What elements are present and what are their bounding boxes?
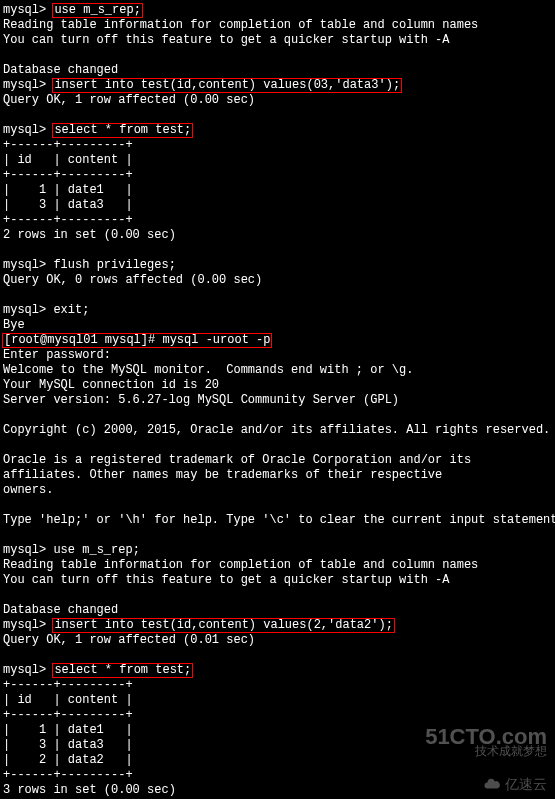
cmd-select: select * from test; [52, 123, 193, 138]
output-text: Oracle is a registered trademark of Orac… [3, 453, 552, 468]
output-text: 3 rows in set (0.00 sec) [3, 783, 552, 798]
cmd-use: use m_s_rep; [53, 543, 139, 557]
table-border: +------+---------+ [3, 768, 552, 783]
cmd-select: select * from test; [52, 663, 193, 678]
output-text: Server version: 5.6.27-log MySQL Communi… [3, 393, 552, 408]
output-text: Query OK, 1 row affected (0.01 sec) [3, 633, 552, 648]
cmd-line: [root@mysql01 mysql]# mysql -uroot -p [3, 333, 552, 348]
output-text: Type 'help;' or '\h' for help. Type '\c'… [3, 513, 552, 528]
output-text: Reading table information for completion… [3, 18, 552, 33]
cmd-flush: flush privileges; [53, 258, 175, 272]
cmd-line: mysql> select * from test; [3, 123, 552, 138]
output-text: Query OK, 0 rows affected (0.00 sec) [3, 273, 552, 288]
blank-line [3, 408, 552, 423]
blank-line [3, 243, 552, 258]
mysql-prompt: mysql> [3, 303, 53, 317]
shell-cmd-line: [root@mysql01 mysql]# mysql -uroot -p [2, 333, 272, 348]
output-text: Query OK, 1 row affected (0.00 sec) [3, 93, 552, 108]
output-text: Database changed [3, 603, 552, 618]
cmd-line: mysql> insert into test(id,content) valu… [3, 618, 552, 633]
table-border: +------+---------+ [3, 708, 552, 723]
output-text: affiliates. Other names may be trademark… [3, 468, 552, 483]
output-text: Database changed [3, 63, 552, 78]
table-row: | 2 | data2 | [3, 753, 552, 768]
blank-line [3, 48, 552, 63]
output-text: Enter password: [3, 348, 552, 363]
blank-line [3, 288, 552, 303]
cmd-insert: insert into test(id,content) values(03,'… [52, 78, 402, 93]
shell-prompt: [root@mysql01 mysql]# [4, 333, 162, 347]
table-header: | id | content | [3, 153, 552, 168]
blank-line [3, 438, 552, 453]
blank-line [3, 528, 552, 543]
output-text: 2 rows in set (0.00 sec) [3, 228, 552, 243]
blank-line [3, 648, 552, 663]
cmd-insert: insert into test(id,content) values(2,'d… [52, 618, 394, 633]
blank-line [3, 108, 552, 123]
cmd-line: mysql> exit; [3, 303, 552, 318]
mysql-prompt: mysql> [3, 258, 53, 272]
output-text: You can turn off this feature to get a q… [3, 33, 552, 48]
cmd-exit: exit; [53, 303, 89, 317]
mysql-prompt: mysql> [3, 123, 53, 137]
blank-line [3, 498, 552, 513]
cmd-line: mysql> use m_s_rep; [3, 3, 552, 18]
cmd-use: use m_s_rep; [52, 3, 142, 18]
cmd-line: mysql> insert into test(id,content) valu… [3, 78, 552, 93]
mysql-prompt: mysql> [3, 663, 53, 677]
table-row: | 1 | date1 | [3, 723, 552, 738]
table-header: | id | content | [3, 693, 552, 708]
mysql-prompt: mysql> [3, 543, 53, 557]
table-border: +------+---------+ [3, 213, 552, 228]
cmd-line: mysql> select * from test; [3, 663, 552, 678]
cmd-mysql-login: mysql -uroot -p [162, 333, 270, 347]
mysql-prompt: mysql> [3, 78, 53, 92]
table-row: | 1 | date1 | [3, 183, 552, 198]
cmd-line: mysql> use m_s_rep; [3, 543, 552, 558]
mysql-prompt: mysql> [3, 618, 53, 632]
output-text: Welcome to the MySQL monitor. Commands e… [3, 363, 552, 378]
table-border: +------+---------+ [3, 678, 552, 693]
cmd-line: mysql> flush privileges; [3, 258, 552, 273]
output-text: You can turn off this feature to get a q… [3, 573, 552, 588]
table-row: | 3 | data3 | [3, 738, 552, 753]
output-text: owners. [3, 483, 552, 498]
output-text: Reading table information for completion… [3, 558, 552, 573]
blank-line [3, 588, 552, 603]
table-border: +------+---------+ [3, 138, 552, 153]
terminal-output: mysql> use m_s_rep; Reading table inform… [3, 3, 552, 798]
output-text: Copyright (c) 2000, 2015, Oracle and/or … [3, 423, 552, 438]
table-border: +------+---------+ [3, 168, 552, 183]
table-row: | 3 | data3 | [3, 198, 552, 213]
mysql-prompt: mysql> [3, 3, 53, 17]
output-text: Your MySQL connection id is 20 [3, 378, 552, 393]
output-text: Bye [3, 318, 552, 333]
